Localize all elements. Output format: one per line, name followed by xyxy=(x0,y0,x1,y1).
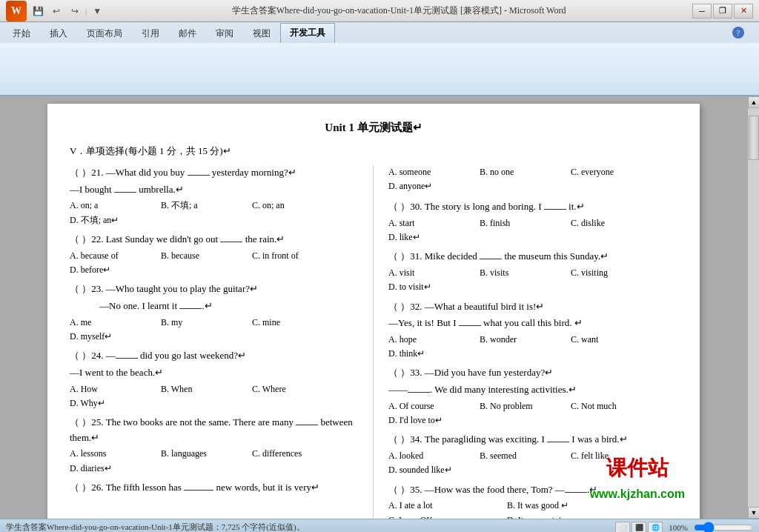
minimize-button[interactable]: ─ xyxy=(692,4,712,19)
questions-grid: （ ）21. —What did you buy yesterday morni… xyxy=(70,165,677,519)
window-controls: ─ ❐ ✕ xyxy=(692,4,753,19)
scroll-track[interactable] xyxy=(748,108,759,507)
fullscreen-btn[interactable]: ⬛ xyxy=(632,522,646,533)
status-bar: 学生含答案Where-did-you-go-on-vacation-Unit-1… xyxy=(0,519,759,532)
watermark: 课件站 www.kjzhan.com xyxy=(590,452,685,504)
ribbon: 开始 插入 页面布局 引用 邮件 审阅 视图 开发工具 ? xyxy=(0,22,759,96)
question-26: （ ）26. The fifth lesson has new words, b… xyxy=(70,480,358,496)
zoom-slider[interactable] xyxy=(694,522,753,533)
office-logo: W xyxy=(6,1,27,21)
customize-button[interactable]: ▼ xyxy=(89,3,105,19)
watermark-line1: 课件站 xyxy=(590,452,685,485)
tab-mailings[interactable]: 邮件 xyxy=(169,24,206,43)
question-31: （ ）31. Mike decided the museum this Sund… xyxy=(388,249,677,294)
options-someone: A. someone B. no one C. everyone D. anyo… xyxy=(388,165,677,193)
question-30: （ ）30. The story is long and boring. I i… xyxy=(388,199,677,245)
tab-developer[interactable]: 开发工具 xyxy=(280,23,335,43)
redo-button[interactable]: ↪ xyxy=(67,3,83,19)
left-column: （ ）21. —What did you buy yesterday morni… xyxy=(70,165,374,519)
scroll-down-button[interactable]: ▼ xyxy=(748,507,759,519)
question-22: （ ）22. Last Sunday we didn't go out the … xyxy=(70,232,358,277)
web-view-btn[interactable]: 🌐 xyxy=(648,522,663,533)
question-33: （ ）33. —Did you have fun yesterday?↵ ——.… xyxy=(388,365,677,428)
tab-home[interactable]: 开始 xyxy=(3,24,40,43)
watermark-line2: www.kjzhan.com xyxy=(590,485,685,504)
title-bar: W 💾 ↩ ↪ | ▼ 学生含答案Where-did-you-go-on-vac… xyxy=(0,0,759,22)
ribbon-tabs: 开始 插入 页面布局 引用 邮件 审阅 视图 开发工具 ? xyxy=(0,22,759,43)
section-header: V．单项选择(每小题 1 分，共 15 分)↵ xyxy=(70,144,677,159)
separator: | xyxy=(85,7,87,16)
ribbon-content xyxy=(0,43,759,95)
close-button[interactable]: ✕ xyxy=(734,4,753,19)
page-container[interactable]: Unit 1 单元测试题↵ V．单项选择(每小题 1 分，共 15 分)↵ （ … xyxy=(0,96,747,519)
help-icon[interactable]: ? xyxy=(732,27,744,39)
page-title: Unit 1 单元测试题↵ xyxy=(70,119,677,136)
question-23: （ ）23. —Who taught you to play the guita… xyxy=(70,282,358,344)
window-title: 学生含答案Where-did-you-go-on-vacation-Unit-1… xyxy=(105,4,692,17)
zoom-level: 100% xyxy=(669,523,688,532)
scroll-thumb[interactable] xyxy=(749,116,759,160)
document-area: Unit 1 单元测试题↵ V．单项选择(每小题 1 分，共 15 分)↵ （ … xyxy=(0,96,759,519)
question-21: （ ）21. —What did you buy yesterday morni… xyxy=(70,165,358,227)
title-bar-left: W 💾 ↩ ↪ | ▼ xyxy=(6,1,105,21)
tab-references[interactable]: 引用 xyxy=(132,24,169,43)
tab-review[interactable]: 审阅 xyxy=(206,24,243,43)
restore-button[interactable]: ❐ xyxy=(713,4,732,19)
status-text: 学生含答案Where-did-you-go-on-vacation-Unit-1… xyxy=(6,522,305,532)
tab-page-layout[interactable]: 页面布局 xyxy=(77,24,132,43)
tab-view[interactable]: 视图 xyxy=(243,24,280,43)
question-25: （ ）25. The two books are not the same. T… xyxy=(70,415,358,476)
quick-access-toolbar: 💾 ↩ ↪ | ▼ xyxy=(30,3,105,19)
vertical-scrollbar[interactable]: ▲ ▼ xyxy=(747,96,759,519)
view-buttons: ⬜ ⬛ 🌐 xyxy=(615,522,663,533)
status-right: ⬜ ⬛ 🌐 100% xyxy=(615,522,753,533)
print-layout-btn[interactable]: ⬜ xyxy=(615,522,630,533)
undo-button[interactable]: ↩ xyxy=(48,3,64,19)
tab-insert[interactable]: 插入 xyxy=(40,24,77,43)
document-page: Unit 1 单元测试题↵ V．单项选择(每小题 1 分，共 15 分)↵ （ … xyxy=(47,104,700,519)
question-24: （ ）24. — did you go last weekend?↵ —I we… xyxy=(70,348,358,410)
scroll-up-button[interactable]: ▲ xyxy=(748,96,759,108)
question-32: （ ）32. —What a beautiful bird it is!↵ —Y… xyxy=(388,299,677,362)
save-button[interactable]: 💾 xyxy=(30,3,46,19)
